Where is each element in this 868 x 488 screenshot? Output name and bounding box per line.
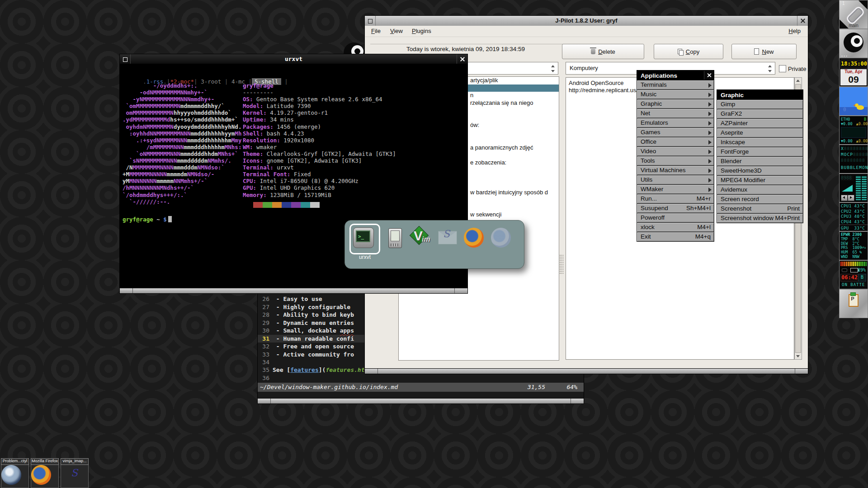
menu-item[interactable]: Graphic	[637, 99, 714, 109]
menu-item[interactable]: Gimp	[717, 99, 803, 109]
mixer-meter[interactable]	[856, 176, 861, 200]
menu-item[interactable]: Video	[637, 146, 714, 156]
shell-prompt[interactable]: gryf@rage ~ $	[123, 216, 172, 223]
pane-splitter[interactable]	[559, 254, 564, 274]
scroll-down-icon[interactable]	[796, 355, 800, 357]
cpu-temp-dockapp[interactable]: CPU1 43°CCPU2 43°CCPU3 40°CCPU4 43°C GPU…	[839, 202, 868, 231]
menu-item[interactable]: Emulators	[637, 118, 714, 128]
clip-workspace-switcher[interactable]: 1 main	[839, 0, 868, 29]
vim-icon[interactable]: Vim	[411, 227, 432, 248]
submenu-arrow-icon	[708, 178, 712, 183]
menu-shortcut: Print	[787, 204, 800, 213]
menu-item[interactable]: FontForge	[717, 147, 803, 157]
menu-item[interactable]: AZPainter	[717, 118, 803, 128]
menu-item[interactable]: Blender	[717, 156, 803, 166]
jpilot-titlebar[interactable]: J-Pilot 1.8.2 User: gryf	[365, 16, 808, 26]
vim-resizebar[interactable]	[258, 398, 584, 404]
switcher-app-label: urxvt	[349, 254, 380, 260]
line-number: 27	[258, 303, 269, 311]
firefox-icon[interactable]	[463, 227, 484, 248]
line-number: 32	[258, 343, 269, 351]
terminal-resizebar[interactable]	[120, 288, 467, 293]
jpilot-dock-icon[interactable]: ...	[839, 29, 868, 58]
menu-item[interactable]: Music	[637, 89, 714, 99]
mocp-lcd-dockapp[interactable]: X88888888 MOCP88888888 88888888 BUBBLEMO…	[839, 145, 868, 174]
menu-item[interactable]: Poweroff	[637, 213, 714, 223]
miniwindow[interactable]: vimja_imap... S	[61, 458, 89, 488]
battery-dockapp[interactable]: 89% 06:42 B ON BATTE	[839, 260, 868, 289]
menu-shortcut: M4+Print	[775, 214, 800, 223]
menu-item[interactable]: SusupendSh+M4+l	[637, 203, 714, 213]
menu-item[interactable]: Utils	[637, 175, 714, 185]
applications-menu-header[interactable]: Applications	[637, 70, 714, 80]
close-button[interactable]	[457, 54, 467, 64]
pinboard-dockapp[interactable]: P	[839, 289, 868, 318]
mixer-dockapp[interactable]: 8988	[839, 174, 868, 202]
bubblemon-dockapp[interactable]: 0	[839, 87, 868, 116]
menu-item[interactable]: Tools	[637, 156, 714, 166]
menu-item[interactable]: WMaker	[637, 184, 714, 194]
mixer-meter[interactable]	[862, 176, 867, 200]
sylpheed-icon[interactable]: S	[437, 227, 458, 248]
menu-item[interactable]: Virtual Machines	[637, 165, 714, 175]
firefox-faded-icon[interactable]	[491, 227, 511, 248]
menu-item[interactable]: Net	[637, 108, 714, 118]
miniwindow[interactable]: Mozilla Firefox	[31, 458, 59, 488]
menu-item[interactable]: SweetHome3D	[717, 166, 803, 176]
menu-item[interactable]: GraFX2	[717, 109, 803, 119]
menu-item[interactable]: ExitM4+q	[637, 232, 714, 242]
scroll-up-icon[interactable]	[796, 80, 800, 82]
minimize-icon	[123, 57, 127, 62]
menu-item[interactable]: Avidemux	[717, 185, 803, 195]
vim-filename: ~/Devel/window-maker.github.io/index.md	[260, 383, 398, 392]
close-button[interactable]	[797, 16, 808, 26]
combo-arrows-icon[interactable]	[550, 65, 555, 73]
menu-item[interactable]: ScreenshotPrint	[717, 204, 803, 214]
graphic-submenu-header[interactable]: Graphic	[717, 89, 803, 100]
menu-item[interactable]: Aseprite	[717, 128, 803, 138]
menu-item[interactable]: xlockM4+l	[637, 222, 714, 232]
menu-close-button[interactable]	[704, 71, 713, 80]
close-icon	[709, 73, 709, 78]
copy-icon	[678, 49, 683, 55]
private-checkbox[interactable]	[779, 65, 786, 72]
menu-plugins[interactable]: Plugins	[408, 26, 435, 37]
minimize-button[interactable]	[365, 16, 376, 26]
menu-item[interactable]: Inkscape	[717, 137, 803, 147]
menu-item[interactable]: Run...M4+r	[637, 194, 714, 204]
applications-menu: Applications Terminals Music Graphic Net…	[637, 70, 714, 242]
clock-dockapp[interactable]: 18:35:00 Tue, Apr 09	[839, 58, 868, 87]
workspace-number: 1	[842, 1, 845, 6]
menu-item[interactable]: Office	[637, 137, 714, 147]
submenu-arrow-icon	[708, 102, 712, 107]
mixer-next-button[interactable]	[848, 195, 854, 201]
palette-swatch	[310, 202, 320, 208]
terminal-titlebar[interactable]: urxvt	[120, 54, 467, 64]
delete-button[interactable]: Delete	[562, 44, 644, 59]
menu-item[interactable]: Screen record	[717, 194, 803, 204]
miniwindow-icon[interactable]	[1, 465, 21, 485]
network-monitor-dockapp[interactable]: ETH0B ▼0.00▲0.00 ▼0.00▲0.00	[839, 116, 868, 145]
miniwindow-icon[interactable]: S	[65, 466, 85, 486]
miniwindow-icon[interactable]	[31, 465, 51, 485]
combo-arrows-icon[interactable]	[767, 65, 772, 73]
miniwindow[interactable]: Problem...ctyl	[1, 458, 29, 488]
urxvt-icon[interactable]: >_	[353, 227, 374, 248]
menu-item[interactable]: Games	[637, 127, 714, 137]
menu-item[interactable]: Terminals	[637, 80, 714, 90]
copy-button[interactable]: Copy	[654, 44, 723, 59]
jpilot-pda-icon[interactable]	[384, 227, 405, 248]
menu-item[interactable]: MPEG4 Modifier	[717, 175, 803, 185]
menu-help[interactable]: Help	[785, 26, 804, 37]
menu-view[interactable]: View	[387, 26, 406, 37]
cpu-temp-row: CPU1 43°C	[840, 204, 868, 209]
mixer-prev-button[interactable]	[841, 195, 848, 201]
fetch-field: Model: Latitude 7390	[243, 103, 396, 109]
weather-time: 2300	[853, 232, 862, 237]
new-button[interactable]: New	[731, 44, 797, 59]
menu-item[interactable]: Screenshot windowM4+Print	[717, 213, 803, 223]
weather-dockapp[interactable]: EPWR 2300 TMP 8°CDEW 2°CPRS 1009HUM 65 %…	[839, 231, 868, 260]
menu-file[interactable]: File	[368, 26, 384, 37]
minimize-button[interactable]	[120, 54, 131, 64]
jpilot-resizebar[interactable]	[365, 368, 808, 374]
